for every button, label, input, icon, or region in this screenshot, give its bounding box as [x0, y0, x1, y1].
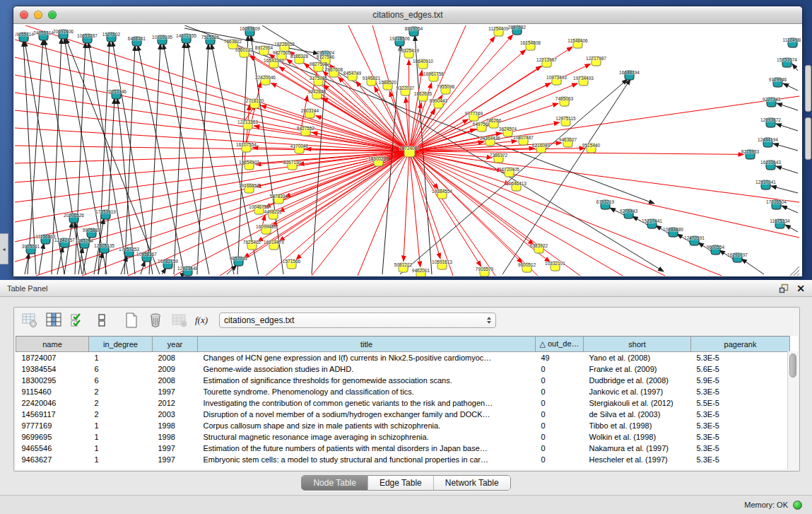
delete-column-icon[interactable] [147, 312, 164, 329]
table-row[interactable]: 1830029562008Estimation of significance … [16, 375, 790, 386]
graph-node[interactable]: 9146821 [363, 76, 381, 86]
graph-node[interactable]: 9129946 [769, 77, 787, 88]
graph-node[interactable]: 12213967 [536, 57, 557, 68]
network-window-titlebar[interactable]: citations_edges.txt [13, 6, 802, 24]
table-cell[interactable]: Jankovic et al. (1997) [584, 386, 691, 397]
graph-node[interactable]: 11124988 [783, 37, 801, 48]
table-cell[interactable]: Hescheler et al. (1997) [584, 454, 691, 465]
table-cell[interactable]: 5.3E-5 [691, 454, 790, 465]
table-row[interactable]: 2242004622012Investigating the contribut… [16, 397, 790, 409]
graph-node[interactable]: 7916579 [476, 267, 494, 276]
graph-node[interactable]: 19055714 [15, 32, 34, 42]
table-cell[interactable]: Embryonic stem cells: a model to study s… [198, 454, 536, 465]
table-row[interactable]: 977716911998Corpus callosum shape and si… [16, 420, 790, 431]
table-cell[interactable]: Estimation of significance thresholds fo… [198, 375, 536, 386]
graph-node[interactable]: 6466161 [128, 36, 146, 47]
table-cell[interactable]: 0 [536, 431, 584, 443]
row-height-icon[interactable] [93, 312, 110, 329]
table-cell[interactable]: Dudbridge et al. (2008) [584, 375, 691, 386]
graph-node[interactable]: 2887682 [508, 25, 526, 35]
column-header-in_degree[interactable]: in_degree [89, 337, 153, 352]
close-panel-icon[interactable]: ✕ [796, 283, 805, 294]
graph-node[interactable]: 10807487 [513, 135, 534, 146]
scrollbar-thumb[interactable] [789, 354, 796, 378]
column-header-year[interactable]: year [153, 337, 198, 352]
table-cell[interactable]: 1997 [153, 386, 198, 397]
graph-node[interactable]: 19218506 [389, 36, 410, 47]
graph-node[interactable]: 17016504 [766, 199, 787, 210]
table-cell[interactable]: Stergiakouli et al. (2012) [584, 397, 691, 409]
table-cell[interactable]: 9777169 [16, 420, 89, 431]
table-cell[interactable]: Structural magnetic resonance image aver… [198, 431, 536, 443]
graph-node[interactable]: 6497568 [473, 122, 491, 132]
graph-node[interactable]: 11548406 [567, 38, 588, 49]
table-cell[interactable]: 5.3E-5 [691, 386, 790, 397]
tab-network-table[interactable]: Network Table [433, 476, 510, 490]
column-header-name[interactable]: name [16, 337, 89, 352]
table-cell[interactable]: Investigating the contribution of common… [198, 397, 536, 409]
table-cell[interactable]: 0 [536, 454, 584, 465]
table-vertical-scrollbar[interactable] [787, 351, 798, 469]
table-cell[interactable]: 49 [536, 352, 584, 363]
graph-node[interactable]: 10646413 [506, 181, 526, 192]
table-cell[interactable]: 2 [89, 397, 153, 409]
table-cell[interactable]: 1 [89, 352, 153, 363]
graph-node[interactable]: 18640910 [413, 59, 433, 69]
table-cell[interactable]: 2 [89, 386, 153, 397]
table-cell[interactable]: Estimation of the future numbers of pati… [198, 443, 536, 454]
graph-node[interactable]: 12093872 [760, 117, 781, 128]
table-cell[interactable]: Disruption of a novel member of a sodium… [198, 409, 536, 420]
create-column-icon[interactable] [123, 312, 140, 329]
graph-node[interactable]: 8454749 [343, 71, 362, 81]
graph-node[interactable]: 6793219 [596, 199, 615, 210]
table-cell[interactable]: 1 [89, 443, 153, 454]
table-cell[interactable]: Genome-wide association studies in ADHD. [198, 363, 536, 375]
table-cell[interactable]: Changes of HCN gene expression and I(f) … [198, 352, 536, 363]
graph-node[interactable]: 20206526 [64, 213, 84, 223]
table-cell[interactable]: 0 [536, 409, 584, 420]
graph-node[interactable]: 12342757 [54, 238, 75, 248]
table-row[interactable]: 946362711997Embryonic stem cells: a mode… [16, 454, 790, 465]
minimize-window-button[interactable] [34, 11, 42, 19]
table-cell[interactable]: 1998 [153, 420, 198, 431]
table-row[interactable]: 946554611997Estimation of the future num… [16, 443, 790, 454]
table-cell[interactable]: 9115460 [16, 386, 89, 397]
column-header-title[interactable]: title [198, 337, 536, 352]
table-row[interactable]: 1938455462009Genome-wide association stu… [16, 363, 790, 375]
table-cell[interactable]: Corpus callosum shape and size in male p… [198, 420, 536, 431]
graph-node[interactable]: 8813054 [405, 26, 423, 37]
graph-node[interactable]: 9227343 [763, 97, 781, 107]
graph-node[interactable]: 7485063 [555, 96, 574, 107]
graph-node[interactable]: 16543392 [264, 58, 284, 69]
column-header-short[interactable]: short [584, 337, 691, 352]
network-window[interactable]: citations_edges.txt 19055714240557142069… [13, 6, 803, 277]
table-cell[interactable]: 1 [89, 420, 153, 431]
table-cell[interactable]: 2 [89, 409, 153, 420]
delete-table-icon[interactable] [171, 312, 188, 329]
control-panel-collapse-handle[interactable]: ◂ [0, 233, 8, 264]
table-cell[interactable]: Franke et al. (2009) [584, 363, 691, 375]
table-cell[interactable]: 0 [536, 375, 584, 386]
table-cell[interactable]: 1 [89, 454, 153, 465]
graph-node[interactable]: 8912954 [255, 45, 273, 56]
table-cell[interactable]: 5.3E-5 [691, 409, 790, 420]
graph-node[interactable]: 14671355 [176, 33, 196, 44]
graph-node[interactable]: 2718120 [246, 98, 264, 109]
table-cell[interactable]: 2012 [153, 397, 198, 409]
table-cell[interactable]: 6 [89, 363, 153, 375]
table-cell[interactable]: 0 [536, 420, 584, 431]
column-header-out_de[interactable]: △ out_de… [536, 337, 584, 352]
graph-node[interactable]: 12975115 [555, 116, 576, 127]
table-cell[interactable]: 0 [536, 363, 584, 375]
show-columns-icon[interactable] [45, 312, 62, 329]
tab-node-table[interactable]: Node Table [302, 476, 367, 490]
graph-node[interactable]: 9322037 [396, 86, 415, 96]
table-cell[interactable]: 6 [89, 375, 153, 386]
network-canvas[interactable]: 1905571424055714206914061065328715276026… [13, 24, 802, 276]
graph-node[interactable]: 10332101 [545, 261, 565, 271]
table-cell[interactable]: 0 [536, 397, 584, 409]
graph-node[interactable]: 12505135 [94, 243, 114, 254]
graph-node[interactable]: 17353919 [95, 209, 116, 220]
graph-node[interactable]: 8186328 [290, 54, 309, 64]
table-row[interactable]: 1456911722003Disruption of a novel membe… [16, 409, 790, 420]
